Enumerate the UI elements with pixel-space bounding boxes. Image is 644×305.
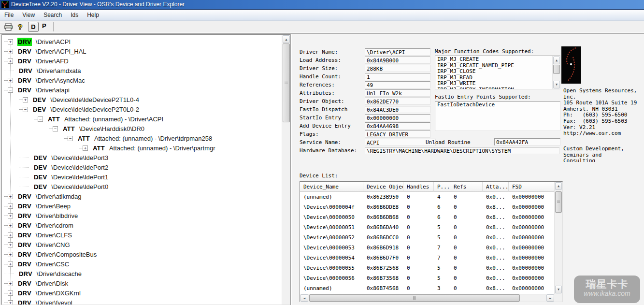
scroll-down-button[interactable]: ▼: [553, 81, 560, 88]
scroll-up-button[interactable]: ▲: [283, 35, 290, 43]
tree-vertical-scrollbar[interactable]: ▲: [282, 35, 290, 305]
tree-row[interactable]: +DRV\Driver\atikmdag: [2, 191, 282, 201]
expand-icon[interactable]: +: [8, 78, 13, 83]
expand-icon[interactable]: +: [8, 223, 13, 228]
major-code-item[interactable]: IRP_MJ_WRITE: [435, 81, 552, 87]
expand-icon[interactable]: +: [8, 290, 13, 296]
driver-view-button[interactable]: D: [28, 22, 39, 32]
tree-row[interactable]: +DRV\Driver\cdrom: [2, 220, 282, 230]
tree-row[interactable]: DEV\Device\Ide\IdePort0: [2, 182, 282, 191]
tree-row[interactable]: +DRV\Driver\Disk: [2, 278, 282, 288]
tree-row[interactable]: +DRV\Driver\ACPI: [2, 37, 282, 46]
collapse-icon[interactable]: −: [23, 107, 28, 112]
table-row[interactable]: \Device\000000540x86B6D7F00700x0...0x000…: [300, 253, 555, 263]
tree-row[interactable]: +DRV\Driver\DXGKrnl: [2, 288, 282, 298]
tree-row[interactable]: −DEV\Device\Ide\IdeDeviceP2T0L0-2: [2, 104, 282, 114]
tree-row[interactable]: +DRV\Driver\AsyncMac: [2, 75, 282, 85]
fastio-item[interactable]: FastIoDetachDevice: [435, 102, 559, 108]
scroll-up-button[interactable]: ▲: [555, 182, 562, 190]
tree-row[interactable]: +DRV\Driver\CLFS: [2, 230, 282, 240]
table-row[interactable]: \Device\000000520x86B6DCC00500x0...0x000…: [300, 232, 555, 243]
table-vertical-scrollbar[interactable]: ▲ ▼: [554, 182, 562, 294]
tree-row[interactable]: DRV\Driver\amdxata: [2, 66, 282, 75]
osr-tagline-line: Custom Development,: [563, 146, 624, 152]
tree-row[interactable]: DEV\Device\Ide\IdePort1: [2, 172, 282, 182]
tree-row[interactable]: +DRV\Driver\AFD: [2, 56, 282, 66]
column-header-device-object[interactable]: Device Object: [363, 182, 403, 192]
collapse-icon[interactable]: −: [8, 87, 13, 93]
collapse-icon[interactable]: −: [68, 136, 73, 141]
scroll-thumb[interactable]: [283, 44, 290, 122]
tree-row[interactable]: +DEV\Device\Ide\IdeDeviceP2T1L0-4: [2, 95, 282, 104]
tree-row[interactable]: +ATTAttached: (unnamed) - \Driver\partmg…: [2, 143, 282, 153]
title-bar[interactable]: DeviceTree V2.20 - Driver View - OSR's D…: [0, 0, 644, 10]
help-icon[interactable]: ?: [18, 23, 22, 31]
tree-row[interactable]: DEV\Device\Ide\IdePort3: [2, 153, 282, 162]
major-code-item[interactable]: IRP_MJ_CREATE: [435, 57, 552, 63]
tree-row[interactable]: DRV\Driver\discache: [2, 269, 282, 278]
scroll-down-button[interactable]: ▼: [555, 286, 562, 293]
expand-icon[interactable]: +: [8, 194, 13, 199]
table-row[interactable]: \Device\000000560x86B735680500x0...0x000…: [300, 273, 555, 283]
menu-item-view[interactable]: View: [18, 10, 39, 20]
table-horizontal-scrollbar[interactable]: ◄ ►: [300, 294, 555, 302]
expand-icon[interactable]: +: [8, 213, 13, 218]
expand-icon[interactable]: +: [8, 300, 13, 305]
expand-icon[interactable]: +: [8, 242, 13, 247]
expand-icon[interactable]: +: [83, 145, 88, 151]
expand-icon[interactable]: +: [8, 281, 13, 286]
tree-row[interactable]: −ATTAttached: (unnamed) - \Driver\ACPI: [2, 114, 282, 124]
column-header-p-[interactable]: P...: [434, 182, 450, 192]
major-codes-scrollbar[interactable]: ▲ ▼: [552, 56, 560, 89]
menu-item-ids[interactable]: Ids: [66, 10, 83, 20]
collapse-icon[interactable]: −: [38, 116, 43, 122]
table-row[interactable]: \Device\000000530x86B6D9180700x0...0x000…: [300, 243, 555, 253]
major-code-item[interactable]: IRP_MJ_CLOSE: [435, 69, 552, 75]
tree-row[interactable]: −DRV\Driver\atapi: [2, 85, 282, 95]
tree-row[interactable]: DEV\Device\Ide\IdePort2: [2, 162, 282, 172]
tree-row[interactable]: +DRV\Driver\ACPI_HAL: [2, 46, 282, 56]
expand-icon[interactable]: +: [8, 58, 13, 64]
menu-item-help[interactable]: Help: [83, 10, 103, 20]
tree-row[interactable]: +DRV\Driver\CSC: [2, 259, 282, 269]
tree-row[interactable]: +DRV\Driver\Beep: [2, 201, 282, 211]
scroll-thumb[interactable]: [555, 191, 562, 213]
scroll-up-button[interactable]: ▲: [553, 57, 560, 64]
pnp-view-button[interactable]: P: [42, 22, 46, 29]
menu-item-file[interactable]: File: [0, 10, 18, 20]
column-header-fsd[interactable]: FSD: [509, 182, 555, 192]
column-header-handles[interactable]: Handles: [403, 182, 434, 192]
expand-icon[interactable]: +: [8, 252, 13, 257]
fastio-listbox[interactable]: FastIoDetachDevice: [435, 101, 560, 131]
table-row[interactable]: \Device\000000510x86B6DA400500x8...0x000…: [300, 222, 555, 232]
scroll-right-button[interactable]: ►: [546, 294, 554, 302]
tree-row[interactable]: +DRV\Driver\fvevol: [2, 298, 282, 305]
collapse-icon[interactable]: −: [53, 126, 58, 131]
major-code-item[interactable]: IRP_MJ_QUERY_INFORMATION: [435, 87, 552, 89]
expand-icon[interactable]: +: [8, 203, 13, 209]
column-header-atta-[interactable]: Atta...: [483, 182, 509, 192]
tree-row[interactable]: +DRV\Driver\blbdrive: [2, 211, 282, 220]
table-row[interactable]: \Device\0000004f0x86B6DDE80600x8...0x000…: [300, 202, 555, 212]
tree-row[interactable]: −ATT\Device\Harddisk0\DR0: [2, 124, 282, 133]
scroll-left-button[interactable]: ◄: [301, 294, 308, 302]
expand-icon[interactable]: +: [8, 49, 13, 54]
major-codes-listbox[interactable]: IRP_MJ_CREATEIRP_MJ_CREATE_NAMED_PIPEIRP…: [435, 56, 560, 89]
expand-icon[interactable]: +: [8, 232, 13, 238]
menu-item-search[interactable]: Search: [39, 10, 66, 20]
expand-icon[interactable]: +: [8, 39, 13, 44]
tree-row[interactable]: +DRV\Driver\CNG: [2, 240, 282, 249]
table-row[interactable]: (unnamed)0x86B745680300x8...0x00000000: [300, 283, 555, 293]
table-row[interactable]: \Device\000000500x86B6DB680600x8...0x000…: [300, 212, 555, 222]
scroll-thumb[interactable]: [553, 65, 560, 74]
tree-row[interactable]: −ATTAttached: (unnamed) - \Driver\tdrpma…: [2, 133, 282, 143]
column-header-device-name[interactable]: Device_Name: [300, 182, 363, 192]
tree-row[interactable]: +DRV\Driver\CompositeBus: [2, 249, 282, 259]
column-header-refs[interactable]: Refs: [450, 182, 483, 192]
print-icon[interactable]: [4, 23, 13, 31]
expand-icon[interactable]: +: [8, 261, 13, 267]
expand-icon[interactable]: +: [23, 97, 28, 102]
table-row[interactable]: (unnamed)0x8623B9500400x0...0x00000000: [300, 192, 555, 202]
table-row[interactable]: \Device\000000550x86B725680500x0...0x000…: [300, 263, 555, 273]
scroll-thumb[interactable]: [309, 294, 520, 302]
